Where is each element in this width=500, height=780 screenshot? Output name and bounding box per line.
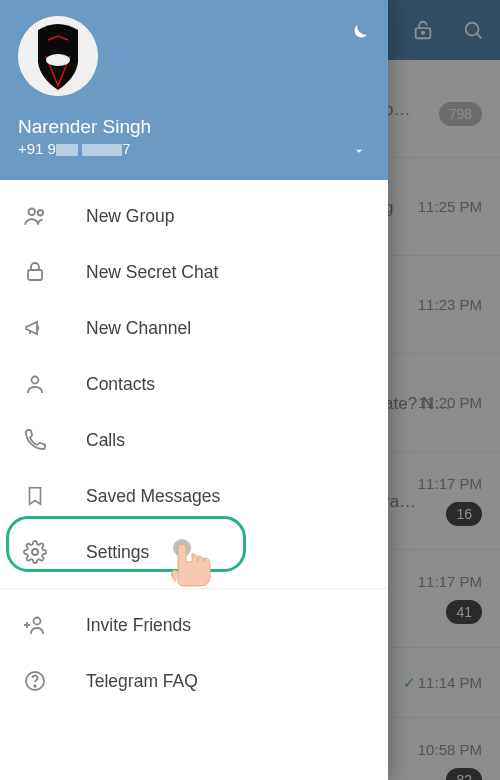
help-icon xyxy=(22,668,48,694)
menu-invite-friends[interactable]: Invite Friends xyxy=(0,597,388,653)
account-dropdown-icon[interactable] xyxy=(352,144,366,162)
phone-icon xyxy=(22,427,48,453)
add-person-icon xyxy=(22,612,48,638)
gear-icon xyxy=(22,539,48,565)
menu-calls[interactable]: Calls xyxy=(0,412,388,468)
user-phone: +91 9 7 xyxy=(18,140,370,157)
menu-label: Settings xyxy=(86,542,149,563)
drawer-menu: New Group New Secret Chat New Channel Co… xyxy=(0,180,388,780)
menu-label: New Secret Chat xyxy=(86,262,218,283)
group-icon xyxy=(22,203,48,229)
svg-point-15 xyxy=(34,685,36,687)
svg-point-10 xyxy=(32,549,38,555)
menu-divider xyxy=(0,588,388,589)
night-mode-icon[interactable] xyxy=(346,22,370,50)
menu-label: New Channel xyxy=(86,318,191,339)
svg-point-5 xyxy=(46,54,70,66)
menu-new-group[interactable]: New Group xyxy=(0,188,388,244)
menu-settings[interactable]: Settings xyxy=(0,524,388,580)
menu-new-channel[interactable]: New Channel xyxy=(0,300,388,356)
lock-icon xyxy=(22,259,48,285)
avatar[interactable] xyxy=(18,16,98,96)
bookmark-icon xyxy=(22,483,48,509)
menu-label: Contacts xyxy=(86,374,155,395)
menu-label: New Group xyxy=(86,206,175,227)
menu-contacts[interactable]: Contacts xyxy=(0,356,388,412)
svg-point-11 xyxy=(34,618,41,625)
menu-saved-messages[interactable]: Saved Messages xyxy=(0,468,388,524)
svg-point-6 xyxy=(29,208,36,215)
person-icon xyxy=(22,371,48,397)
menu-label: Telegram FAQ xyxy=(86,671,198,692)
menu-new-secret-chat[interactable]: New Secret Chat xyxy=(0,244,388,300)
svg-point-7 xyxy=(38,210,43,215)
menu-label: Calls xyxy=(86,430,125,451)
menu-telegram-faq[interactable]: Telegram FAQ xyxy=(0,653,388,709)
drawer-header: Narender Singh +91 9 7 xyxy=(0,0,388,180)
user-name: Narender Singh xyxy=(18,116,370,138)
menu-label: Saved Messages xyxy=(86,486,220,507)
svg-rect-8 xyxy=(28,270,42,280)
svg-point-9 xyxy=(32,377,39,384)
navigation-drawer: Narender Singh +91 9 7 New Group New Sec… xyxy=(0,0,388,780)
menu-label: Invite Friends xyxy=(86,615,191,636)
megaphone-icon xyxy=(22,315,48,341)
